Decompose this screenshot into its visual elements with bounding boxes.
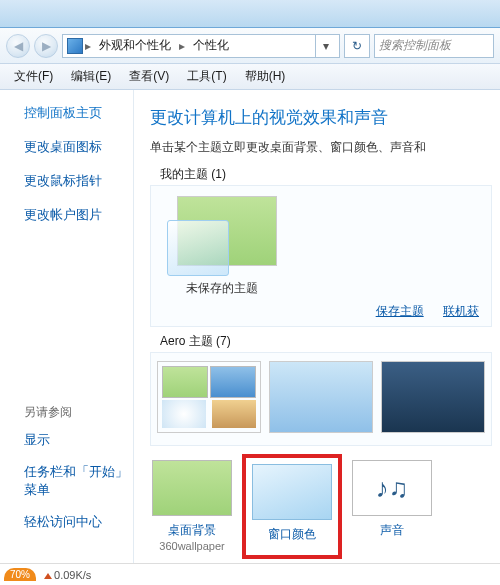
window-color-button[interactable]: 窗口颜色 bbox=[248, 460, 336, 553]
aero-themes-label: Aero 主题 (7) bbox=[160, 333, 492, 350]
see-also-ease-of-access[interactable]: 轻松访问中心 bbox=[24, 513, 133, 531]
bottom-settings-row: 桌面背景 360wallpaper 窗口颜色 ♪♫ 声音 bbox=[150, 460, 492, 553]
refresh-button[interactable]: ↻ bbox=[344, 34, 370, 58]
sound-button[interactable]: ♪♫ 声音 bbox=[352, 460, 432, 553]
window-color-label: 窗口颜色 bbox=[252, 526, 332, 543]
sidebar-link-account-picture[interactable]: 更改帐户图片 bbox=[24, 206, 133, 224]
see-also-display[interactable]: 显示 bbox=[24, 431, 133, 449]
address-bar[interactable]: ▸ 外观和个性化 ▸ 个性化 ▾ bbox=[62, 34, 340, 58]
sidebar-home[interactable]: 控制面板主页 bbox=[24, 104, 133, 122]
content-pane: 更改计算机上的视觉效果和声音 单击某个主题立即更改桌面背景、窗口颜色、声音和 我… bbox=[134, 90, 500, 563]
sidebar-link-mouse-pointer[interactable]: 更改鼠标指针 bbox=[24, 172, 133, 190]
upload-icon bbox=[44, 573, 52, 579]
menu-edit[interactable]: 编辑(E) bbox=[63, 65, 119, 88]
window-glass-icon bbox=[167, 220, 229, 276]
menu-file[interactable]: 文件(F) bbox=[6, 65, 61, 88]
wallpaper-icon bbox=[152, 460, 232, 516]
see-also-taskbar[interactable]: 任务栏和「开始」菜单 bbox=[24, 463, 133, 499]
nav-toolbar: ◀ ▶ ▸ 外观和个性化 ▸ 个性化 ▾ ↻ 搜索控制面板 bbox=[0, 28, 500, 64]
aero-theme-3[interactable] bbox=[381, 361, 485, 433]
breadcrumb-level1[interactable]: 外观和个性化 bbox=[93, 35, 177, 56]
network-speed: 0.09K/s bbox=[44, 569, 91, 581]
address-dropdown-icon[interactable]: ▾ bbox=[315, 35, 335, 57]
my-themes-label: 我的主题 (1) bbox=[160, 166, 492, 183]
desktop-background-label: 桌面背景 bbox=[152, 522, 232, 539]
theme-caption: 未保存的主题 bbox=[167, 280, 277, 297]
aero-theme-2[interactable] bbox=[269, 361, 373, 433]
desktop-background-button[interactable]: 桌面背景 360wallpaper bbox=[152, 460, 232, 553]
forward-button[interactable]: ▶ bbox=[34, 34, 58, 58]
page-title: 更改计算机上的视觉效果和声音 bbox=[150, 106, 492, 129]
zoom-level[interactable]: 70% bbox=[4, 568, 36, 581]
breadcrumb-level2[interactable]: 个性化 bbox=[187, 35, 235, 56]
save-theme-link[interactable]: 保存主题 bbox=[376, 304, 424, 318]
menu-tools[interactable]: 工具(T) bbox=[179, 65, 234, 88]
menu-bar: 文件(F) 编辑(E) 查看(V) 工具(T) 帮助(H) bbox=[0, 64, 500, 90]
my-themes-box: 未保存的主题 保存主题 联机获 bbox=[150, 185, 492, 327]
page-subtitle: 单击某个主题立即更改桌面背景、窗口颜色、声音和 bbox=[150, 139, 492, 156]
status-bar: 70% 0.09K/s bbox=[0, 563, 500, 585]
desktop-background-sub: 360wallpaper bbox=[159, 540, 224, 552]
back-button[interactable]: ◀ bbox=[6, 34, 30, 58]
see-also-heading: 另请参阅 bbox=[24, 404, 133, 421]
menu-help[interactable]: 帮助(H) bbox=[237, 65, 294, 88]
sound-label: 声音 bbox=[352, 522, 432, 539]
sidebar: 控制面板主页 更改桌面图标 更改鼠标指针 更改帐户图片 另请参阅 显示 任务栏和… bbox=[0, 90, 134, 563]
chevron-right-icon: ▸ bbox=[179, 39, 185, 53]
sound-icon: ♪♫ bbox=[352, 460, 432, 516]
aero-theme-1[interactable] bbox=[157, 361, 261, 433]
sidebar-link-desktop-icons[interactable]: 更改桌面图标 bbox=[24, 138, 133, 156]
aero-themes-box bbox=[150, 352, 492, 446]
control-panel-icon bbox=[67, 38, 83, 54]
search-placeholder: 搜索控制面板 bbox=[379, 37, 451, 54]
window-titlebar bbox=[0, 0, 500, 28]
menu-view[interactable]: 查看(V) bbox=[121, 65, 177, 88]
search-input[interactable]: 搜索控制面板 bbox=[374, 34, 494, 58]
get-online-themes-link[interactable]: 联机获 bbox=[443, 304, 479, 318]
window-color-icon bbox=[252, 464, 332, 520]
chevron-right-icon: ▸ bbox=[85, 39, 91, 53]
theme-unsaved[interactable]: 未保存的主题 bbox=[167, 196, 277, 297]
